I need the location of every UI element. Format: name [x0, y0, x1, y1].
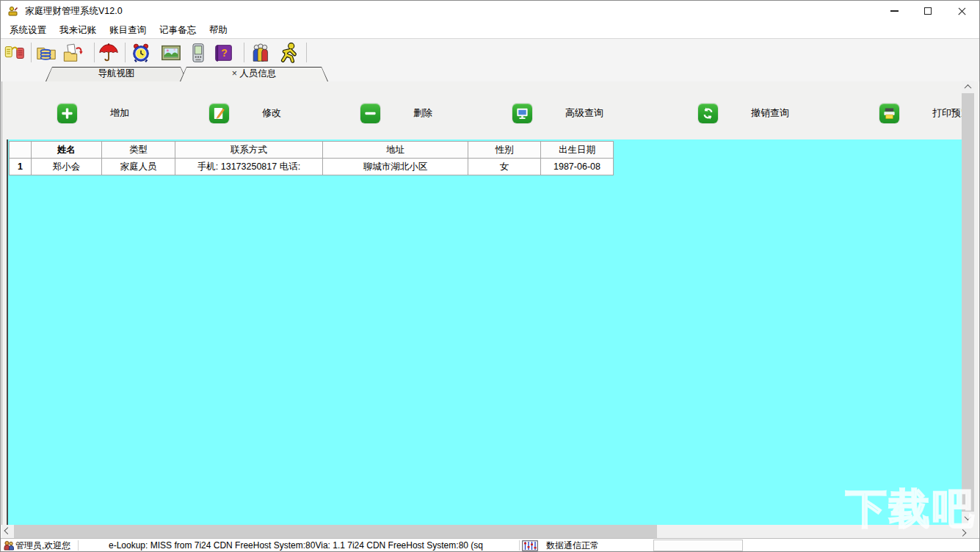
- users-icon[interactable]: [250, 42, 272, 64]
- delete-button-label: 删除: [413, 106, 432, 120]
- status-comm-text: 数据通信正常: [546, 539, 599, 552]
- status-user-text: 管理员,欢迎您: [15, 539, 70, 552]
- table-row[interactable]: 1 郑小会 家庭人员 手机: 13173250817 电话: 聊城市湖北小区 女…: [10, 159, 614, 175]
- toolbar: ?: [0, 38, 980, 66]
- toolbar-separator: [306, 43, 307, 62]
- maximize-icon: [924, 7, 932, 15]
- chevron-left-icon: [4, 527, 12, 534]
- data-grid-area: [7, 139, 962, 525]
- col-address[interactable]: 地址: [323, 142, 468, 159]
- chevron-down-icon: [965, 513, 972, 520]
- delete-button[interactable]: 删除: [360, 103, 432, 123]
- advanced-query-button[interactable]: 高级查询: [512, 103, 603, 123]
- tab-label-text: 人员信息: [239, 68, 276, 79]
- cancel-query-button[interactable]: 撤销查询: [698, 103, 789, 123]
- edit-button-label: 修改: [262, 106, 281, 120]
- chevron-right-icon: [959, 529, 967, 536]
- status-bar: 管理员,欢迎您 e-Lookup: MISS from 7i24 CDN Fre…: [0, 538, 980, 552]
- notes-icon[interactable]: [4, 42, 26, 64]
- cell-gender[interactable]: 女: [468, 159, 541, 175]
- print-preview-button[interactable]: 打印预览: [879, 103, 970, 123]
- edit-button[interactable]: 修改: [209, 103, 281, 123]
- vertical-scroll-thumb[interactable]: [962, 93, 974, 512]
- col-name[interactable]: 姓名: [32, 142, 102, 159]
- minus-icon: [360, 104, 380, 123]
- tab-strip: 导航视图 ×人员信息: [0, 66, 980, 81]
- advanced-query-button-label: 高级查询: [565, 106, 603, 120]
- add-button[interactable]: 增加: [57, 103, 129, 123]
- cell-contact[interactable]: 手机: 13173250817 电话:: [175, 159, 323, 175]
- cell-rownum[interactable]: 1: [10, 159, 32, 175]
- menu-bookkeeping[interactable]: 我来记账: [53, 22, 103, 38]
- menu-bar: 系统设置 我来记账 账目查询 记事备忘 帮助: [0, 22, 980, 38]
- title-bar: 家庭理财管理系统V12.0: [0, 0, 980, 22]
- toolbar-separator: [31, 43, 32, 62]
- vertical-scrollbar[interactable]: [962, 81, 974, 524]
- menu-help[interactable]: 帮助: [203, 22, 234, 38]
- user-icon: [3, 540, 15, 551]
- cell-name[interactable]: 郑小会: [32, 159, 102, 175]
- cancel-query-button-label: 撤销查询: [751, 106, 789, 120]
- maximize-button[interactable]: [911, 0, 945, 22]
- table-header-row: 姓名 类型 联系方式 地址 性别 出生日期: [10, 142, 614, 159]
- app-icon: [7, 5, 19, 17]
- tab-label: ×人员信息: [180, 67, 328, 81]
- picture-icon[interactable]: [160, 42, 182, 64]
- app-window: { "window": { "title": "家庭理财管理系统V12.0" }…: [0, 0, 980, 552]
- refresh-icon: [698, 104, 718, 123]
- help-book-icon[interactable]: ?: [213, 42, 235, 64]
- close-button[interactable]: [945, 0, 979, 22]
- menu-account-query[interactable]: 账目查询: [103, 22, 153, 38]
- status-separator: [78, 540, 79, 551]
- printer-icon: [879, 104, 899, 123]
- add-button-label: 增加: [110, 106, 129, 120]
- menu-memo[interactable]: 记事备忘: [153, 22, 203, 38]
- status-separator: [519, 540, 520, 551]
- folder-copy-icon[interactable]: [62, 42, 84, 64]
- col-rownum[interactable]: [10, 142, 32, 159]
- plus-icon: [57, 104, 77, 123]
- tab-navigation-view[interactable]: 导航视图: [46, 67, 187, 81]
- cell-birthdate[interactable]: 1987-06-08: [541, 159, 614, 175]
- minimize-icon: [890, 10, 899, 12]
- monitor-icon: [512, 104, 532, 123]
- umbrella-icon[interactable]: [98, 42, 120, 64]
- close-icon: [957, 7, 967, 16]
- edit-icon: [209, 104, 229, 123]
- window-title: 家庭理财管理系统V12.0: [25, 0, 123, 22]
- scroll-down-button[interactable]: [962, 512, 974, 524]
- status-empty-panel: [653, 540, 743, 551]
- alarm-clock-icon[interactable]: [130, 42, 152, 64]
- status-cdn-text: e-Lookup: MISS from 7i24 CDN FreeHost Sy…: [109, 539, 518, 552]
- cell-address[interactable]: 聊城市湖北小区: [323, 159, 468, 175]
- toolbar-separator: [125, 43, 126, 62]
- cell-type[interactable]: 家庭人员: [102, 159, 175, 175]
- minimize-button[interactable]: [877, 0, 911, 22]
- horizontal-scroll-thumb[interactable]: [14, 525, 657, 538]
- scroll-left-button[interactable]: [1, 525, 14, 538]
- col-contact[interactable]: 联系方式: [175, 142, 323, 159]
- tab-label: 导航视图: [46, 67, 187, 81]
- scroll-up-button[interactable]: [962, 81, 974, 93]
- svg-text:?: ?: [221, 47, 228, 59]
- window-controls: [877, 0, 979, 22]
- col-gender[interactable]: 性别: [468, 142, 541, 159]
- network-icon: [522, 540, 538, 551]
- people-table: 姓名 类型 联系方式 地址 性别 出生日期 1 郑小会 家庭人员 手机: 131…: [9, 141, 614, 175]
- col-birthdate[interactable]: 出生日期: [541, 142, 614, 159]
- menu-system-settings[interactable]: 系统设置: [3, 22, 53, 38]
- toolbar-separator: [94, 43, 95, 62]
- pda-icon[interactable]: [187, 42, 209, 64]
- compressed-folder-icon[interactable]: [35, 42, 57, 64]
- col-type[interactable]: 类型: [102, 142, 175, 159]
- tab-close-mark[interactable]: ×: [232, 68, 237, 79]
- scroll-right-button[interactable]: [957, 525, 969, 538]
- horizontal-scrollbar[interactable]: [1, 525, 970, 538]
- tab-personnel-info[interactable]: ×人员信息: [180, 67, 328, 81]
- chevron-up-icon: [965, 84, 972, 92]
- find-person-icon[interactable]: [277, 42, 299, 64]
- toolbar-separator: [244, 43, 244, 62]
